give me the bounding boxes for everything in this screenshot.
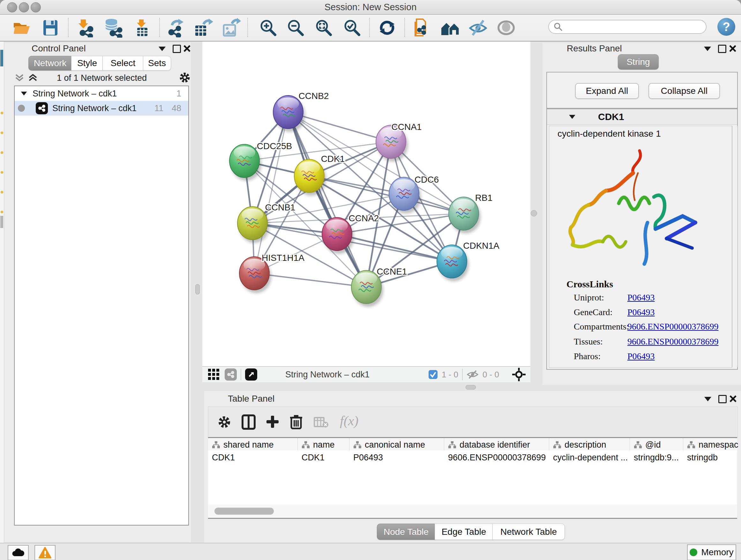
column-header--id[interactable]: @id bbox=[630, 438, 683, 451]
table-panel-close-icon[interactable] bbox=[729, 395, 737, 402]
save-session-button[interactable] bbox=[40, 17, 61, 38]
network-options-gear-icon[interactable] bbox=[179, 71, 191, 84]
results-panel-float-button[interactable] bbox=[704, 47, 711, 51]
network-node-CCNB2[interactable] bbox=[273, 96, 305, 132]
tab-network-table[interactable]: Network Table bbox=[492, 523, 565, 540]
tab-edge-table[interactable]: Edge Table bbox=[434, 523, 493, 540]
tab-sets[interactable]: Sets bbox=[143, 56, 171, 71]
table-hscrollbar-thumb[interactable] bbox=[214, 508, 274, 515]
gene-section-expander-icon[interactable] bbox=[569, 115, 576, 119]
column-header-canonical-name[interactable]: canonical name bbox=[349, 438, 444, 451]
column-header-database-identifier[interactable]: database identifier bbox=[444, 438, 549, 451]
zoom-selected-button[interactable] bbox=[342, 17, 362, 38]
import-network-from-database-button[interactable] bbox=[103, 17, 123, 38]
zoom-fit-button[interactable] bbox=[313, 17, 334, 38]
results-scrollbar[interactable] bbox=[732, 126, 738, 367]
tab-style[interactable]: Style bbox=[71, 56, 103, 71]
search-icon bbox=[553, 22, 563, 32]
table-panel-maximize-button[interactable] bbox=[718, 395, 727, 403]
results-panel-maximize-button[interactable] bbox=[718, 45, 726, 53]
selected-items-checkbox-icon[interactable] bbox=[428, 370, 438, 379]
toolbar-separator bbox=[68, 18, 69, 37]
horizontal-splitter-handle[interactable] bbox=[466, 385, 476, 389]
zoom-out-button[interactable] bbox=[285, 17, 306, 38]
right-splitter-handle[interactable] bbox=[531, 210, 537, 216]
control-panel-close-icon[interactable] bbox=[183, 45, 191, 52]
tab-network[interactable]: Network bbox=[28, 56, 72, 71]
crosslink-pharos-link[interactable]: P06493 bbox=[627, 351, 655, 361]
crosslink-uniprot-link[interactable]: P06493 bbox=[627, 293, 655, 303]
export-table-button[interactable] bbox=[193, 17, 213, 38]
refresh-view-button[interactable] bbox=[377, 17, 397, 38]
table-cell[interactable]: cyclin-dependent ... bbox=[549, 450, 630, 464]
help-button[interactable]: ? bbox=[718, 18, 735, 36]
network-collection-row[interactable]: String Network – cdk1 1 bbox=[15, 86, 188, 101]
cloud-status-button[interactable] bbox=[8, 545, 29, 560]
crosslink-compartments-link[interactable]: 9606.ENSP00000378699 bbox=[627, 321, 718, 332]
show-all-button[interactable] bbox=[496, 17, 516, 38]
column-header-description[interactable]: description bbox=[549, 438, 630, 451]
hide-selected-button[interactable] bbox=[468, 17, 488, 38]
string-network-graph[interactable]: CCNB2CCNA1CDC25BCDK1CDC6RB1CCNB1CCNA2CDK… bbox=[202, 42, 530, 366]
column-header-namespac[interactable]: namespac bbox=[683, 438, 741, 451]
table-settings-gear-icon[interactable] bbox=[217, 415, 231, 429]
crosslink-tissues-link[interactable]: 9606.ENSP00000378699 bbox=[627, 336, 718, 347]
network-edge-CCNB2-HIST1H1A[interactable] bbox=[254, 112, 288, 273]
tab-select[interactable]: Select bbox=[103, 56, 144, 71]
table-cell[interactable]: 9606.ENSP00000378699 bbox=[444, 450, 549, 464]
create-column-plus-icon[interactable] bbox=[265, 415, 280, 429]
network-share-view-icon[interactable] bbox=[225, 368, 237, 381]
column-header-shared-name[interactable]: shared name bbox=[208, 438, 298, 451]
table-cell[interactable]: CDK1 bbox=[208, 450, 298, 464]
delete-column-trash-icon[interactable] bbox=[289, 414, 303, 430]
collapse-all-button[interactable]: Collapse All bbox=[649, 83, 720, 99]
expand-all-networks-icon[interactable] bbox=[27, 72, 38, 83]
table-cell[interactable]: stringdb:9... bbox=[630, 450, 683, 464]
column-header-name[interactable]: name bbox=[298, 438, 349, 451]
zoom-in-button[interactable] bbox=[258, 17, 278, 38]
grid-view-icon[interactable] bbox=[207, 368, 220, 381]
status-bar: Memory bbox=[0, 543, 741, 560]
control-panel-maximize-button[interactable] bbox=[173, 45, 181, 53]
memory-button[interactable]: Memory bbox=[687, 544, 736, 560]
search-box[interactable] bbox=[548, 20, 706, 34]
warnings-button[interactable] bbox=[35, 545, 56, 560]
control-panel-float-button[interactable] bbox=[158, 47, 165, 51]
node-label-CDC6: CDC6 bbox=[414, 175, 439, 185]
left-splitter-handle[interactable] bbox=[195, 284, 200, 294]
network-node-CDK1[interactable] bbox=[294, 159, 326, 196]
show-columns-icon[interactable] bbox=[242, 415, 256, 430]
table-panel-float-button[interactable] bbox=[704, 397, 711, 401]
home-button[interactable] bbox=[440, 17, 461, 38]
gene-section-header[interactable]: CDK1 bbox=[547, 109, 737, 125]
tab-node-table[interactable]: Node Table bbox=[377, 523, 435, 540]
collapse-all-networks-icon[interactable] bbox=[14, 72, 25, 83]
import-table-button[interactable] bbox=[132, 17, 152, 38]
table-cell[interactable]: P06493 bbox=[349, 450, 444, 464]
protein-structure-image[interactable] bbox=[558, 143, 708, 278]
search-input[interactable] bbox=[565, 22, 706, 32]
crosslink-label: GeneCard: bbox=[574, 307, 612, 317]
fit-selected-crosshair-icon[interactable] bbox=[512, 368, 526, 381]
network-type-icon bbox=[36, 102, 48, 114]
hidden-items-eye-icon bbox=[467, 370, 479, 379]
open-session-button[interactable] bbox=[11, 17, 32, 38]
network-view-canvas[interactable]: CCNB2CCNA1CDC25BCDK1CDC6RB1CCNB1CCNA2CDK… bbox=[202, 42, 530, 366]
network-row-selected[interactable]: String Network – cdk1 11 48 bbox=[15, 101, 188, 116]
table-row[interactable]: CDK1CDK1P064939606.ENSP00000378699cyclin… bbox=[208, 450, 737, 464]
export-image-button[interactable] bbox=[221, 17, 241, 38]
tab-string[interactable]: String bbox=[618, 54, 659, 70]
export-network-button[interactable] bbox=[165, 17, 185, 38]
home-icon bbox=[440, 18, 461, 37]
results-panel-title: Results Panel bbox=[567, 44, 622, 54]
table-cell[interactable]: CDK1 bbox=[298, 450, 349, 464]
expand-all-button[interactable]: Expand All bbox=[575, 83, 639, 99]
results-panel-close-icon[interactable] bbox=[729, 45, 737, 52]
copy-network-button[interactable] bbox=[412, 17, 432, 38]
main-toolbar: ? bbox=[0, 15, 741, 42]
collection-expander-icon[interactable] bbox=[21, 91, 27, 96]
crosslink-genecard-link[interactable]: P06493 bbox=[627, 307, 655, 317]
import-network-button[interactable] bbox=[76, 17, 97, 38]
table-cell[interactable]: stringdb bbox=[683, 450, 741, 464]
birds-eye-view-icon[interactable] bbox=[245, 368, 257, 381]
